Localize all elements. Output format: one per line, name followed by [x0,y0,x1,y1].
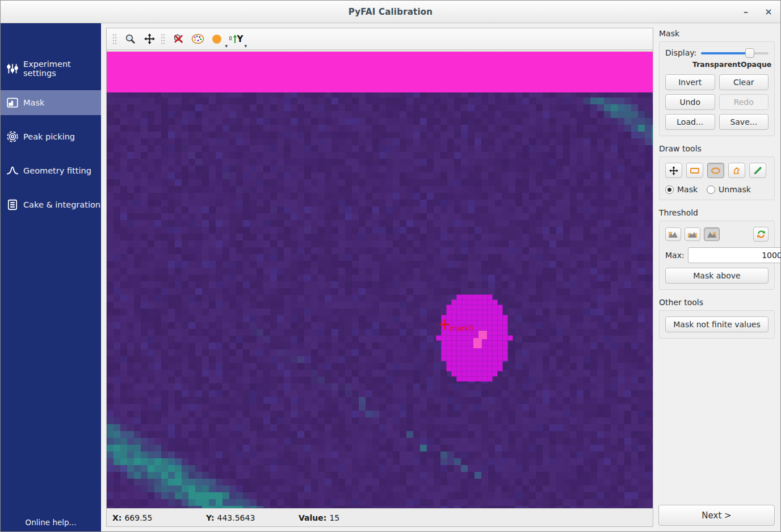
online-help-link[interactable]: Online help... [1,518,101,527]
display-label: Display: [665,48,696,57]
detector-view [107,50,653,508]
sidebar-item-geometry-fitting[interactable]: Geometry fitting [1,158,101,183]
y-axis-icon: 0 Y [229,34,243,44]
max-label: Max: [665,251,685,260]
slider-fill [701,52,749,54]
sidebar-item-label: Experiment settings [23,60,101,78]
sidebar-item-label: Geometry fitting [23,166,91,175]
mask-below-threshold-button[interactable] [665,227,681,241]
plot-frame: ▾ 0 Y ▾ X:669.55 [106,28,653,527]
radio-dot-icon [707,185,715,194]
mask-above-threshold-button[interactable] [704,227,720,241]
title-bar: PyFAI Calibration – × [1,1,780,23]
mask-opacity-slider[interactable] [701,48,769,58]
other-tools-groupbox: Mask not finite values [659,310,775,339]
draw-rectangle-tool-button[interactable] [686,163,703,178]
radio-dot-icon [665,185,674,194]
draw-tools-groupbox: Mask Unmask [659,157,775,200]
y-axis-direction-button[interactable]: 0 Y ▾ [227,31,245,47]
mask-section-title: Mask [659,29,775,38]
transparent-label: Transparent [692,60,741,69]
reset-zoom-icon [173,33,184,44]
toolbar-grip[interactable] [112,33,116,45]
mask-between-threshold-button[interactable] [685,227,700,241]
draw-tools-section-title: Draw tools [659,144,775,153]
plot-toolbar: ▾ 0 Y ▾ [107,28,653,50]
draw-pan-tool-button[interactable] [665,163,682,178]
mask-radio-label: Mask [677,185,698,194]
refresh-icon [757,230,766,239]
colormap-palette-icon [191,33,204,44]
mask-color-button[interactable]: ▾ [208,31,226,47]
other-tools-section-title: Other tools [659,298,775,307]
mask-groupbox: Display: Transparent Opaque Invert Clear [659,41,775,136]
chevron-down-icon: ▾ [244,43,247,49]
opaque-label: Opaque [741,60,771,69]
load-button[interactable]: Load... [665,114,715,130]
pan-icon [669,166,678,175]
clear-button[interactable]: Clear [719,74,769,90]
unmask-radio[interactable]: Unmask [707,185,751,194]
cursor-value-readout: Value:15 [299,513,339,522]
sidebar-item-experiment-settings[interactable]: Experiment settings [1,56,101,81]
mask-above-button[interactable]: Mask above [665,268,769,284]
draw-polygon-tool-button[interactable] [728,163,745,178]
threshold-section-title: Threshold [659,208,775,217]
next-button[interactable]: Next > [658,505,775,526]
close-button[interactable]: × [761,5,776,19]
rectangle-icon [690,167,700,175]
geometry-fitting-icon [6,164,19,177]
sliders-icon [6,62,19,75]
mask-tools-panel: Mask Display: Transparent Opaque Invert [658,23,780,531]
peak-picking-icon [6,130,19,143]
mask-not-finite-button[interactable]: Mask not finite values [665,316,769,332]
detector-image[interactable] [107,50,653,508]
sidebar-item-label: Mask [23,98,44,107]
cursor-y-readout: Y:443.5643 [206,513,299,522]
unmask-radio-label: Unmask [719,185,751,194]
toolbar-grip[interactable] [161,33,165,45]
cursor-x-readout: X:669.55 [112,513,206,522]
polygon-icon [732,166,741,175]
sidebar-item-mask[interactable]: Mask [1,90,101,115]
sidebar: Experiment settings Mask Peak picking [1,23,101,531]
pan-icon [144,33,155,44]
sidebar-item-label: Peak picking [23,132,75,141]
pencil-icon [753,166,762,175]
zoom-tool-button[interactable] [121,31,139,47]
ellipse-icon [711,167,721,175]
mask-color-swatch-icon [212,35,221,44]
app-window: PyFAI Calibration – × Experiment setting… [0,0,781,532]
zoom-icon [125,33,136,44]
max-threshold-input[interactable] [688,247,781,263]
slider-handle[interactable] [745,48,754,58]
draw-ellipse-tool-button[interactable] [707,163,724,178]
invert-button[interactable]: Invert [665,74,715,90]
minimize-button[interactable]: – [738,5,753,19]
save-button[interactable]: Save... [719,114,769,130]
status-bar: X:669.55 Y:443.5643 Value:15 [107,508,653,526]
main-area: ▾ 0 Y ▾ X:669.55 [101,23,658,531]
undo-button[interactable]: Undo [665,94,715,110]
threshold-groupbox: Max: Mask above [659,221,775,290]
mask-radio[interactable]: Mask [665,185,698,194]
histogram-below-icon [668,230,678,238]
sidebar-item-peak-picking[interactable]: Peak picking [1,124,101,149]
sidebar-item-label: Cake & integration [23,200,100,209]
cake-integration-icon [6,199,19,211]
refresh-threshold-button[interactable] [753,227,769,242]
draw-pencil-tool-button[interactable] [749,163,766,178]
histogram-between-icon [687,230,698,238]
reset-zoom-button[interactable] [169,31,187,47]
pan-tool-button[interactable] [140,31,158,47]
window-title: PyFAI Calibration [348,7,433,17]
window-controls: – × [738,1,776,23]
sidebar-item-cake-integration[interactable]: Cake & integration [1,192,101,217]
histogram-above-icon [707,230,717,238]
redo-button: Redo [719,94,769,110]
colormap-button[interactable] [188,31,207,47]
mask-icon [6,96,19,109]
